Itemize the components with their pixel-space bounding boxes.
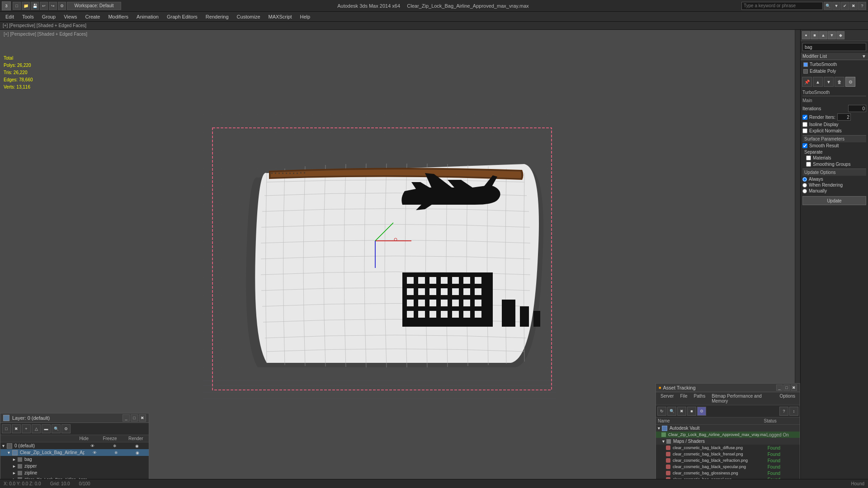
menu-edit[interactable]: Edit bbox=[2, 13, 18, 20]
asset-close-btn[interactable]: ✖ bbox=[791, 385, 797, 391]
asset-menu-bitmap[interactable]: Bitmap Performance and Memory bbox=[709, 393, 776, 404]
layer-row-0[interactable]: ▼ 0 (default) 👁 ❄ ◉ bbox=[0, 442, 149, 449]
asset-view-btn[interactable]: ■ bbox=[687, 407, 696, 416]
menu-animation[interactable]: Animation bbox=[133, 13, 162, 20]
down-btn[interactable]: ▼ bbox=[824, 77, 834, 87]
layers-add-selected-btn[interactable]: + bbox=[22, 424, 31, 433]
viewport-perspective[interactable]: [Perspective] bbox=[10, 32, 36, 37]
search-btn[interactable]: 🔍 bbox=[824, 2, 832, 10]
asset-row-maxfile[interactable]: Clear_Zip_Lock_Bag_Airline_Approved_max_… bbox=[656, 432, 800, 438]
props-icon-4[interactable]: ▼ bbox=[828, 31, 836, 39]
explicit-normals-checkbox[interactable] bbox=[802, 128, 807, 133]
props-icon-1[interactable]: ● bbox=[802, 31, 810, 39]
materials-checkbox[interactable] bbox=[806, 155, 811, 160]
menu-rendering[interactable]: Rendering bbox=[202, 13, 232, 20]
delete-modifier-btn[interactable]: 🗑 bbox=[835, 77, 844, 87]
save-btn[interactable]: 💾 bbox=[31, 2, 39, 10]
props-icon-3[interactable]: ▲ bbox=[819, 31, 827, 39]
pin-btn[interactable]: 📌 bbox=[802, 77, 812, 87]
asset-expand-btn[interactable]: ↕ bbox=[789, 407, 798, 416]
asset-row-refraction[interactable]: clear_cosmetic_bag_black_refraction.png … bbox=[656, 457, 800, 464]
layers-restore-btn[interactable]: □ bbox=[131, 414, 138, 422]
props-icon-2[interactable]: ■ bbox=[811, 31, 819, 39]
layer-expand-zipper[interactable]: ► bbox=[12, 464, 18, 469]
manually-radio[interactable] bbox=[802, 189, 807, 193]
layer-expand-1[interactable]: ▼ bbox=[7, 450, 12, 455]
search-opt3[interactable]: ✖ bbox=[849, 2, 858, 10]
asset-row-glossiness[interactable]: clear_cosmetic_bag_glossiness.png Found bbox=[656, 470, 800, 476]
menu-customize[interactable]: Customize bbox=[233, 13, 264, 20]
layers-new-btn[interactable]: □ bbox=[2, 424, 11, 433]
isoline-checkbox[interactable] bbox=[802, 122, 807, 127]
menu-tools[interactable]: Tools bbox=[19, 13, 38, 20]
asset-row-specular[interactable]: clear_cosmetic_bag_black_specular.png Fo… bbox=[656, 464, 800, 470]
always-radio[interactable] bbox=[802, 177, 807, 182]
layers-close-btn[interactable]: ✖ bbox=[139, 414, 146, 422]
layers-find-btn[interactable]: 🔍 bbox=[52, 424, 61, 433]
asset-minimize-btn[interactable]: _ bbox=[776, 385, 783, 391]
modifier-check-turbosmooth[interactable] bbox=[803, 62, 808, 67]
up-btn[interactable]: ▲ bbox=[813, 77, 823, 87]
redo-btn[interactable]: ↪ bbox=[49, 2, 57, 10]
layer-row-zipper[interactable]: ► zipper bbox=[0, 463, 149, 469]
layer-expand-bag[interactable]: ► bbox=[12, 457, 18, 462]
smooth-result-checkbox[interactable] bbox=[802, 143, 807, 148]
asset-restore-btn[interactable]: □ bbox=[783, 385, 790, 391]
viewport-mode[interactable]: [+] bbox=[4, 32, 9, 37]
layer-hide-1[interactable]: 👁 bbox=[85, 450, 106, 455]
search-input[interactable] bbox=[741, 2, 823, 10]
asset-strip-btn[interactable]: ✖ bbox=[677, 407, 686, 416]
props-icon-5[interactable]: ◆ bbox=[836, 31, 844, 39]
asset-menu-options[interactable]: Options bbox=[777, 393, 798, 404]
layer-hide-0[interactable]: 👁 bbox=[82, 444, 104, 448]
layers-select-all-btn[interactable]: ▬ bbox=[42, 424, 51, 433]
render-iters-input[interactable] bbox=[837, 113, 851, 121]
menu-maxscript[interactable]: MAXScript bbox=[265, 13, 296, 20]
asset-expand-maps[interactable]: ▼ bbox=[661, 439, 665, 444]
menu-create[interactable]: Create bbox=[81, 13, 104, 20]
asset-menu-file[interactable]: File bbox=[677, 393, 690, 404]
layer-render-1[interactable]: ◉ bbox=[127, 450, 148, 455]
update-button[interactable]: Update bbox=[802, 196, 866, 205]
asset-help-question[interactable]: ? bbox=[779, 407, 788, 416]
search-opt2[interactable]: ✔ bbox=[841, 2, 849, 10]
render-iters-checkbox[interactable] bbox=[802, 115, 807, 120]
configure-btn[interactable]: ⚙ bbox=[845, 77, 855, 87]
menu-help[interactable]: Help bbox=[297, 13, 314, 20]
menu-views[interactable]: Views bbox=[60, 13, 80, 20]
layer-freeze-0[interactable]: ❄ bbox=[104, 444, 126, 448]
layer-expand-0[interactable]: ▼ bbox=[1, 444, 7, 448]
menu-group[interactable]: Group bbox=[38, 13, 60, 20]
layer-row-1[interactable]: ▼ Clear_Zip_Lock_Bag_Airline_Approved 👁 … bbox=[0, 449, 149, 456]
asset-settings-btn[interactable]: ⚙ bbox=[697, 407, 706, 416]
viewport-shading[interactable]: [Shaded + Edged Faces] bbox=[38, 32, 87, 37]
help-btn[interactable]: ? bbox=[858, 2, 866, 10]
menu-modifiers[interactable]: Modifiers bbox=[104, 13, 132, 20]
menu-graph-editors[interactable]: Graph Editors bbox=[163, 13, 201, 20]
iterations-input[interactable] bbox=[848, 105, 866, 112]
layers-delete-btn[interactable]: ✖ bbox=[12, 424, 21, 433]
layers-settings-btn[interactable]: ⚙ bbox=[61, 424, 71, 433]
asset-row-frensel[interactable]: clear_cosmetic_bag_black_frensel.png Fou… bbox=[656, 451, 800, 457]
undo-btn[interactable]: ↩ bbox=[40, 2, 48, 10]
workspace-dropdown[interactable]: Workspace: Default bbox=[67, 2, 121, 10]
render-setup-btn[interactable]: ⚙ bbox=[58, 2, 66, 10]
modifier-item-turbosmooth[interactable]: TurboSmooth bbox=[802, 61, 867, 68]
open-btn[interactable]: 📁 bbox=[22, 2, 30, 10]
layers-select-obj-btn[interactable]: △ bbox=[32, 424, 41, 433]
smoothing-groups-checkbox[interactable] bbox=[806, 162, 811, 167]
layer-row-bag[interactable]: ► bag bbox=[0, 456, 149, 463]
modifier-search-input[interactable] bbox=[802, 43, 866, 51]
asset-row-diffuse[interactable]: clear_cosmetic_bag_black_diffuse.png Fou… bbox=[656, 445, 800, 451]
asset-menu-server[interactable]: Server bbox=[658, 393, 676, 404]
layer-render-0[interactable]: ◉ bbox=[126, 444, 148, 448]
modifier-check-editablepoly[interactable] bbox=[803, 69, 808, 74]
layer-freeze-1[interactable]: ❄ bbox=[105, 450, 127, 455]
search-opt1[interactable]: ▼ bbox=[832, 2, 840, 10]
new-btn[interactable]: □ bbox=[13, 2, 21, 10]
modifier-item-editablepoly[interactable]: Editable Poly bbox=[802, 68, 867, 75]
asset-row-maps[interactable]: ▼ Maps / Shaders bbox=[656, 438, 800, 445]
asset-expand-vault[interactable]: ▼ bbox=[657, 426, 661, 431]
asset-refresh-btn[interactable]: ↻ bbox=[657, 407, 666, 416]
layer-row-zipline[interactable]: ► zipline bbox=[0, 469, 149, 476]
